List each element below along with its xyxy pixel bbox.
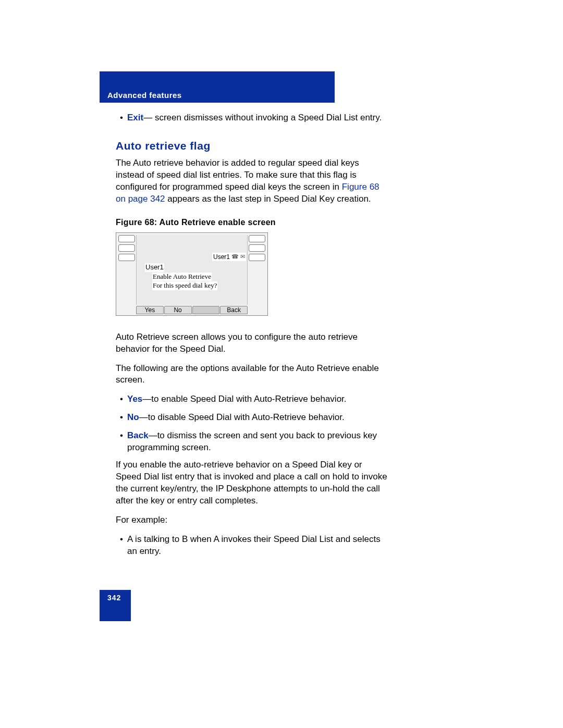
option-no-label: No: [127, 412, 139, 422]
feature-key: [249, 244, 265, 252]
feature-key: [118, 254, 135, 261]
paragraph-example-intro: For example:: [116, 514, 389, 526]
phone-display-body: User1 ☎ ✉ User1 Enable Auto Retrieve For…: [136, 235, 248, 305]
handset-icon: ☎: [231, 253, 239, 261]
option-back-row: • Back—to dismiss the screen and sent yo…: [116, 430, 389, 454]
paragraph-options-intro: The following are the options available …: [116, 363, 389, 387]
phone-line-2: Enable Auto Retrieve: [152, 273, 212, 281]
option-no-text: No—to disable Speed Dial with Auto-Retri…: [127, 412, 389, 424]
bullet-dot-icon: •: [116, 393, 127, 405]
phone-softkey-row: Yes No Back: [136, 306, 248, 314]
option-back-label: Back: [127, 430, 149, 440]
bullet-dot-icon: •: [116, 412, 127, 424]
exit-label: Exit: [127, 113, 143, 122]
softkey-no: No: [164, 306, 192, 314]
header-bar: Advanced features: [100, 71, 335, 103]
paragraph-enable-note: If you enable the auto-retrieve behavior…: [116, 459, 389, 507]
page-number: 342: [107, 594, 121, 602]
footer-bar: 342: [100, 590, 131, 621]
bullet-dot-icon: •: [116, 534, 127, 558]
feature-key: [249, 235, 265, 242]
bullet-dot-icon: •: [116, 430, 127, 454]
softkey-back: Back: [220, 306, 248, 314]
example-bullet-text: A is talking to B when A invokes their S…: [127, 534, 389, 558]
para-auto-1a: The Auto retrieve behavior is added to r…: [116, 158, 359, 192]
para-auto-1b: appears as the last step in Speed Dial K…: [165, 194, 371, 204]
feature-key: [118, 235, 135, 242]
heading-auto-retrieve: Auto retrieve flag: [116, 139, 389, 153]
option-back-text: Back—to dismiss the screen and sent you …: [127, 430, 389, 454]
phone-status-line: User1 ☎ ✉: [212, 253, 246, 261]
phone-user-badge: User1: [213, 253, 230, 261]
paragraph-auto-intro: The Auto retrieve behavior is added to r…: [116, 157, 389, 205]
figure-caption: Figure 68: Auto Retrieve enable screen: [116, 217, 389, 228]
phone-right-keys: [249, 235, 265, 261]
option-yes-label: Yes: [127, 394, 142, 404]
softkey-yes: Yes: [136, 306, 164, 314]
phone-screen-figure: User1 ☎ ✉ User1 Enable Auto Retrieve For…: [116, 232, 268, 316]
option-yes-row: • Yes—to enable Speed Dial with Auto-Ret…: [116, 393, 389, 405]
phone-prompt-block: User1 Enable Auto Retrieve For this spee…: [145, 263, 217, 291]
option-yes-desc: —to enable Speed Dial with Auto-Retrieve…: [142, 394, 346, 404]
phone-line-3: For this speed dial key?: [152, 281, 217, 290]
message-icon: ✉: [240, 253, 245, 261]
option-no-desc: —to disable Speed Dial with Auto-Retriev…: [139, 412, 345, 422]
feature-key: [249, 254, 265, 261]
option-back-desc: —to dismiss the screen and sent you back…: [127, 430, 377, 452]
bullet-dot-icon: •: [116, 112, 127, 124]
softkey-blank: [192, 306, 220, 314]
phone-line-1: User1: [145, 263, 164, 272]
feature-key: [118, 244, 135, 252]
example-bullet-row: • A is talking to B when A invokes their…: [116, 534, 389, 558]
header-section-title: Advanced features: [107, 91, 182, 100]
phone-left-keys: [118, 235, 135, 261]
bullet-exit-text: Exit— screen dismisses without invoking …: [127, 112, 389, 124]
exit-desc: — screen dismisses without invoking a Sp…: [143, 113, 382, 122]
option-yes-text: Yes—to enable Speed Dial with Auto-Retri…: [127, 393, 389, 405]
bullet-exit: • Exit— screen dismisses without invokin…: [116, 112, 389, 124]
page-content: • Exit— screen dismisses without invokin…: [116, 112, 389, 560]
paragraph-after-figure: Auto Retrieve screen allows you to confi…: [116, 331, 389, 355]
option-no-row: • No—to disable Speed Dial with Auto-Ret…: [116, 412, 389, 424]
